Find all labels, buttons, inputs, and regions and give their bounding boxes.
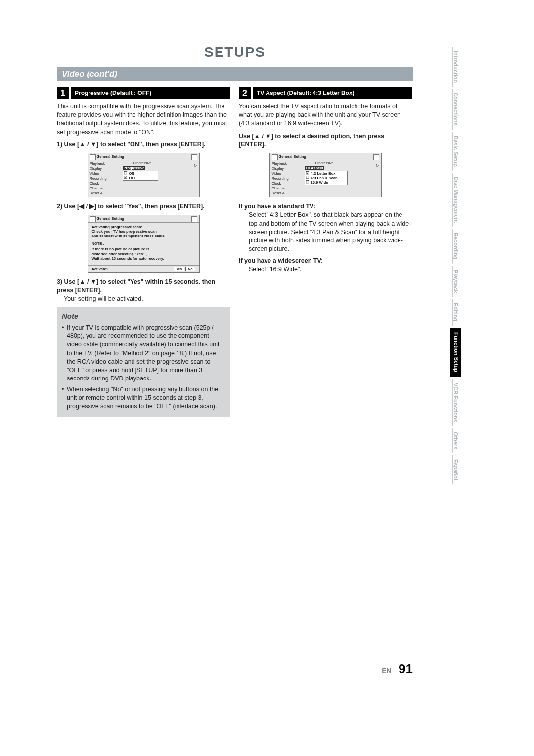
section-header: Video (cont'd) — [57, 67, 413, 81]
tab-espanol[interactable]: Español — [452, 455, 459, 484]
osd-menu-list: Playback Display Video Recording Clock C… — [88, 160, 121, 197]
osd-options: 4:3 Letter Box 4:3 Pan & Scan 16:9 Wide — [305, 171, 348, 185]
osd-tvaspect: General Setting Playback Display Video R… — [269, 153, 382, 197]
note-heading: Note — [62, 311, 225, 322]
step-1-header: 1 Progressive (Default : OFF) — [57, 87, 230, 99]
step-2-instruction: 2) Use [◀ / ▶] to select "Yes", then pre… — [57, 202, 230, 211]
step-1-label: Progressive (Default : OFF) — [71, 87, 230, 99]
no-button: No — [185, 267, 195, 271]
step-number-1: 1 — [57, 87, 69, 99]
step-number-2: 2 — [239, 87, 251, 99]
tab-recording[interactable]: Recording — [452, 229, 459, 263]
yes-button: Yes — [174, 267, 184, 271]
page-content: SETUPS Video (cont'd) 1 Progressive (Def… — [57, 45, 413, 417]
tab-others[interactable]: Others — [452, 428, 459, 453]
side-tabs: Introduction Connections Basic Setup Dis… — [448, 47, 462, 486]
tab-playback[interactable]: Playback — [452, 266, 459, 297]
standard-tv-body: Select "4:3 Letter Box", so that black b… — [239, 211, 412, 253]
page-footer: EN 91 — [0, 662, 413, 677]
osd-confirm-title: General Setting — [88, 215, 199, 222]
osd-selected-item: Progressive — [123, 166, 146, 170]
standard-tv-heading: If you have a standard TV: — [239, 202, 412, 211]
page-title: SETUPS — [57, 45, 413, 60]
progressive-intro: This unit is compatible with the progres… — [57, 102, 230, 137]
right-column: 2 TV Aspect (Default: 4:3 Letter Box) Yo… — [239, 87, 412, 417]
osd-title: General Setting — [88, 153, 199, 160]
step-2-label: TV Aspect (Default: 4:3 Letter Box) — [253, 87, 412, 99]
tab-basic-setup[interactable]: Basic Setup — [452, 132, 459, 171]
step-3-result: Your setting will be activated. — [57, 295, 143, 303]
step-1-instruction: 1) Use [▲ / ▼] to select "ON", then pres… — [57, 141, 230, 149]
osd-selected-item: TV Aspect — [305, 166, 324, 170]
note-bullet-1: If your TV is compatible with progressiv… — [67, 324, 225, 383]
osd-progressive: General Setting Playback Display Video R… — [88, 153, 200, 197]
tab-introduction[interactable]: Introduction — [452, 47, 459, 87]
left-column: 1 Progressive (Default : OFF) This unit … — [57, 87, 230, 417]
widescreen-tv-heading: If you have a widescreen TV: — [239, 257, 412, 265]
step-2-header: 2 TV Aspect (Default: 4:3 Letter Box) — [239, 87, 412, 99]
arrow-right-icon: ▷ — [194, 163, 197, 168]
tvaspect-instruction: Use [▲ / ▼] to select a desired option, … — [239, 132, 412, 149]
osd-confirm: General Setting Activating progressive s… — [88, 215, 200, 273]
widescreen-tv-body: Select "16:9 Wide". — [239, 265, 412, 274]
osd-menu-list: Playback Display Video Recording Clock C… — [270, 160, 303, 197]
arrow-right-icon: ▷ — [376, 163, 379, 168]
tab-function-setup[interactable]: Function Setup — [450, 328, 461, 377]
footer-lang: EN — [382, 667, 391, 675]
osd-options: ON OFF — [123, 171, 158, 181]
tab-connections[interactable]: Connections — [452, 89, 459, 130]
step-3-instruction: 3) Use [▲ / ▼] to select "Yes" within 15… — [57, 278, 215, 293]
tab-disc-management[interactable]: Disc Management — [452, 173, 459, 227]
note-bullet-2: When selecting "No" or not pressing any … — [67, 385, 225, 411]
note-box: Note •If your TV is compatible with prog… — [57, 307, 230, 417]
tab-editing[interactable]: Editing — [452, 299, 459, 325]
tvaspect-intro: You can select the TV aspect ratio to ma… — [239, 102, 412, 128]
tab-vcr-functions[interactable]: VCR Functions — [452, 379, 459, 426]
footer-page-number: 91 — [399, 662, 413, 676]
